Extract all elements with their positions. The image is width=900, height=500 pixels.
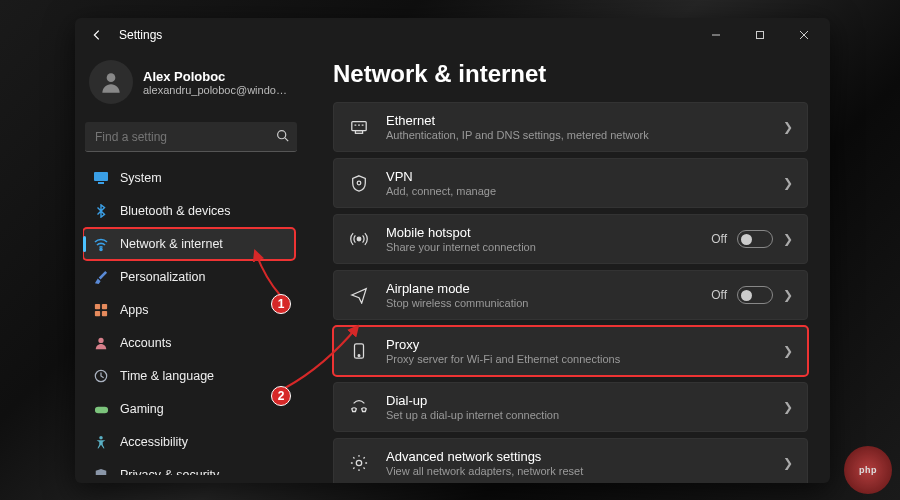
sidebar-item-privacy-security[interactable]: Privacy & security: [83, 459, 295, 475]
ethernet-icon: [348, 116, 370, 138]
chevron-right-icon: ❯: [783, 456, 793, 470]
back-button[interactable]: [79, 20, 115, 50]
profile-name: Alex Poloboc: [143, 69, 293, 84]
wifi-icon: [93, 236, 109, 252]
search-icon: [276, 129, 289, 145]
settings-card-advanced-network-settings[interactable]: Advanced network settingsView all networ…: [333, 438, 808, 483]
sidebar-item-system[interactable]: System: [83, 162, 295, 194]
annotation-marker-1: 1: [271, 294, 291, 314]
toggle-state-label: Off: [711, 232, 727, 246]
sidebar-item-gaming[interactable]: Gaming: [83, 393, 295, 425]
card-description: Authentication, IP and DNS settings, met…: [386, 129, 783, 141]
svg-rect-8: [95, 304, 100, 309]
avatar: [89, 60, 133, 104]
page-title: Network & internet: [333, 60, 808, 88]
shield-icon: [93, 467, 109, 475]
sidebar-item-bluetooth-devices[interactable]: Bluetooth & devices: [83, 195, 295, 227]
window-controls: [694, 20, 826, 50]
svg-point-22: [356, 460, 361, 465]
svg-rect-9: [102, 304, 107, 309]
sidebar-item-label: Privacy & security: [120, 468, 219, 475]
proxy-icon: [348, 340, 370, 362]
sidebar-item-apps[interactable]: Apps: [83, 294, 295, 326]
bluetooth-icon: [93, 203, 109, 219]
sidebar-nav: SystemBluetooth & devicesNetwork & inter…: [83, 162, 299, 475]
toggle-switch[interactable]: [737, 230, 773, 248]
svg-rect-10: [95, 311, 100, 316]
svg-rect-17: [355, 131, 362, 134]
settings-card-airplane-mode[interactable]: Airplane modeStop wireless communication…: [333, 270, 808, 320]
vpn-icon: [348, 172, 370, 194]
svg-point-7: [100, 249, 102, 251]
sidebar-item-accounts[interactable]: Accounts: [83, 327, 295, 359]
apps-icon: [93, 302, 109, 318]
dialup-icon: [348, 396, 370, 418]
toggle-state-label: Off: [711, 288, 727, 302]
settings-card-proxy[interactable]: ProxyProxy server for Wi-Fi and Ethernet…: [333, 326, 808, 376]
sidebar-item-time-language[interactable]: Time & language: [83, 360, 295, 392]
search-input[interactable]: [85, 122, 297, 152]
svg-rect-16: [352, 122, 366, 131]
card-title: Mobile hotspot: [386, 225, 711, 240]
settings-window: Settings Alex Poloboc alexandru_poloboc@…: [75, 18, 830, 483]
sidebar-item-label: Network & internet: [120, 237, 223, 251]
settings-card-mobile-hotspot[interactable]: Mobile hotspotShare your internet connec…: [333, 214, 808, 264]
profile-block[interactable]: Alex Poloboc alexandru_poloboc@windowsre…: [83, 52, 299, 118]
card-description: Add, connect, manage: [386, 185, 783, 197]
settings-card-vpn[interactable]: VPNAdd, connect, manage❯: [333, 158, 808, 208]
chevron-right-icon: ❯: [783, 288, 793, 302]
main-panel: Network & internet EthernetAuthenticatio…: [307, 52, 830, 483]
advanced-icon: [348, 452, 370, 474]
watermark: php: [844, 446, 892, 494]
sidebar-item-label: Time & language: [120, 369, 214, 383]
chevron-right-icon: ❯: [783, 400, 793, 414]
display-icon: [93, 170, 109, 186]
svg-point-2: [107, 73, 116, 82]
sidebar-item-label: Accounts: [120, 336, 171, 350]
card-description: Stop wireless communication: [386, 297, 711, 309]
gamepad-icon: [93, 401, 109, 417]
settings-card-dial-up[interactable]: Dial-upSet up a dial-up internet connect…: [333, 382, 808, 432]
person-icon: [93, 335, 109, 351]
chevron-right-icon: ❯: [783, 344, 793, 358]
back-arrow-icon: [90, 28, 104, 42]
svg-point-12: [98, 338, 103, 343]
clock-icon: [93, 368, 109, 384]
card-title: Proxy: [386, 337, 783, 352]
svg-rect-14: [94, 406, 107, 413]
sidebar-item-accessibility[interactable]: Accessibility: [83, 426, 295, 458]
sidebar-item-label: Bluetooth & devices: [120, 204, 231, 218]
settings-card-ethernet[interactable]: EthernetAuthentication, IP and DNS setti…: [333, 102, 808, 152]
svg-rect-11: [102, 311, 107, 316]
card-title: Ethernet: [386, 113, 783, 128]
sidebar-item-personalization[interactable]: Personalization: [83, 261, 295, 293]
svg-rect-1: [757, 32, 764, 39]
accessibility-icon: [93, 434, 109, 450]
svg-line-4: [285, 138, 288, 141]
card-title: Dial-up: [386, 393, 783, 408]
sidebar-item-label: System: [120, 171, 162, 185]
close-button[interactable]: [782, 20, 826, 50]
toggle-switch[interactable]: [737, 286, 773, 304]
svg-point-15: [99, 436, 103, 440]
sidebar-item-label: Apps: [120, 303, 149, 317]
card-description: Set up a dial-up internet connection: [386, 409, 783, 421]
profile-email: alexandru_poloboc@windowsreport...: [143, 84, 293, 96]
annotation-marker-2: 2: [271, 386, 291, 406]
card-description: View all network adapters, network reset: [386, 465, 783, 477]
svg-point-3: [278, 131, 286, 139]
minimize-button[interactable]: [694, 20, 738, 50]
svg-point-19: [357, 237, 361, 241]
person-icon: [98, 69, 124, 95]
airplane-icon: [348, 284, 370, 306]
sidebar-item-network-internet[interactable]: Network & internet: [83, 228, 295, 260]
card-title: Advanced network settings: [386, 449, 783, 464]
card-title: VPN: [386, 169, 783, 184]
maximize-button[interactable]: [738, 20, 782, 50]
chevron-right-icon: ❯: [783, 232, 793, 246]
chevron-right-icon: ❯: [783, 176, 793, 190]
card-description: Share your internet connection: [386, 241, 711, 253]
sidebar: Alex Poloboc alexandru_poloboc@windowsre…: [75, 52, 307, 483]
hotspot-icon: [348, 228, 370, 250]
sidebar-item-label: Gaming: [120, 402, 164, 416]
